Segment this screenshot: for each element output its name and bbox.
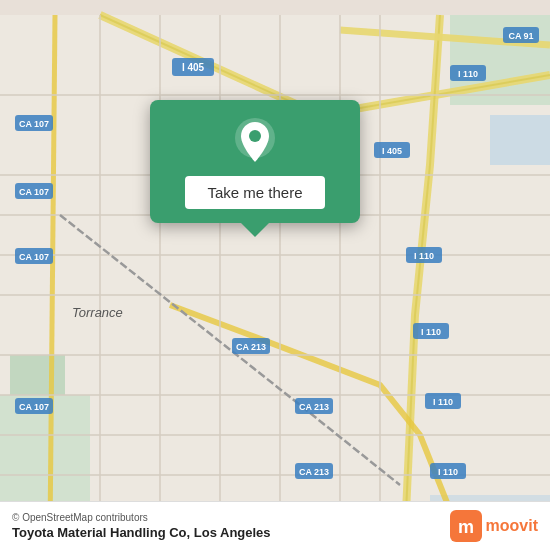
svg-text:CA 107: CA 107 (19, 402, 49, 412)
svg-text:I 110: I 110 (458, 69, 478, 79)
svg-text:I 110: I 110 (438, 467, 458, 477)
location-pin-icon (231, 118, 279, 166)
svg-text:Torrance: Torrance (72, 305, 123, 320)
svg-text:I 405: I 405 (182, 62, 205, 73)
map-container: I 405 CA 91 I (0, 0, 550, 550)
moovit-logo: m moovit (450, 510, 538, 542)
svg-text:I 405: I 405 (382, 146, 402, 156)
copyright-text: © OpenStreetMap contributors (12, 512, 271, 523)
svg-text:I 110: I 110 (414, 251, 434, 261)
map-svg: I 405 CA 91 I (0, 0, 550, 550)
svg-text:CA 107: CA 107 (19, 119, 49, 129)
svg-rect-5 (490, 115, 550, 165)
svg-text:m: m (458, 517, 474, 537)
location-name: Toyota Material Handling Co, Los Angeles (12, 525, 271, 540)
svg-text:CA 91: CA 91 (508, 31, 533, 41)
svg-text:I 110: I 110 (433, 397, 453, 407)
moovit-text: moovit (486, 517, 538, 535)
bottom-left: © OpenStreetMap contributors Toyota Mate… (12, 512, 271, 540)
svg-text:CA 213: CA 213 (236, 342, 266, 352)
take-me-there-button[interactable]: Take me there (185, 176, 324, 209)
svg-point-57 (249, 130, 261, 142)
moovit-icon-svg: m (450, 510, 482, 542)
svg-text:I 110: I 110 (421, 327, 441, 337)
bottom-bar: © OpenStreetMap contributors Toyota Mate… (0, 501, 550, 550)
svg-text:CA 213: CA 213 (299, 402, 329, 412)
svg-text:CA 107: CA 107 (19, 187, 49, 197)
svg-rect-4 (10, 355, 65, 395)
svg-text:CA 107: CA 107 (19, 252, 49, 262)
popup-card: Take me there (150, 100, 360, 223)
svg-text:CA 213: CA 213 (299, 467, 329, 477)
